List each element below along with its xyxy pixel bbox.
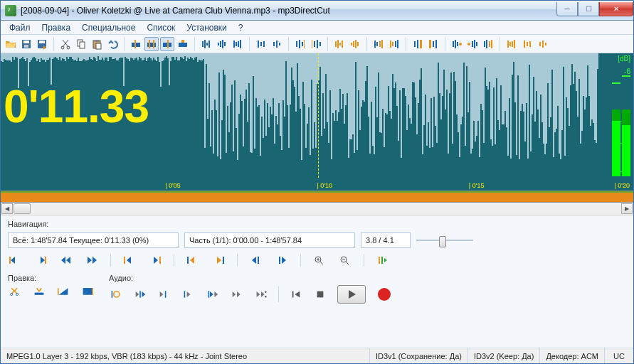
nav-part-field[interactable]: Часть (1/1): 0'00.00 - 1:48'57.84 xyxy=(184,232,355,248)
play-to-icon[interactable] xyxy=(181,288,196,301)
marker-tool-icon[interactable] xyxy=(376,254,390,267)
marker3-icon[interactable] xyxy=(160,37,174,51)
svg-rect-83 xyxy=(514,40,515,48)
wf-icon-17[interactable] xyxy=(504,37,519,51)
svg-rect-46 xyxy=(335,41,337,47)
wf-icon-3[interactable] xyxy=(231,37,245,51)
scroll-right-icon[interactable]: ▶ xyxy=(621,203,633,214)
marker2-icon[interactable] xyxy=(144,37,159,51)
wf-icon-2[interactable] xyxy=(215,37,229,51)
play-sel-start-icon[interactable] xyxy=(133,288,147,301)
svg-rect-43 xyxy=(314,41,315,47)
maximize-button[interactable]: ☐ xyxy=(578,2,599,16)
prev-track-icon[interactable] xyxy=(289,288,303,301)
edit-fade-in-icon[interactable] xyxy=(56,285,70,298)
wf-icon-1[interactable] xyxy=(199,37,213,51)
svg-rect-107 xyxy=(139,291,141,298)
timecode-display: 0'11.33 xyxy=(4,80,149,133)
wf-icon-13[interactable] xyxy=(426,37,440,51)
wf-icon-18[interactable] xyxy=(520,37,534,51)
menu-special[interactable]: Специальное xyxy=(76,21,141,34)
menu-settings[interactable]: Установки xyxy=(181,21,232,34)
play-from-icon[interactable] xyxy=(157,288,171,301)
svg-rect-15 xyxy=(149,40,150,48)
stop-icon[interactable] xyxy=(313,288,327,301)
nav-last-icon[interactable] xyxy=(33,254,48,267)
open-icon[interactable] xyxy=(4,37,18,51)
play-skip-icon[interactable] xyxy=(230,288,244,301)
svg-rect-26 xyxy=(222,40,223,48)
nav-first-icon[interactable] xyxy=(8,254,22,267)
svg-rect-105 xyxy=(112,291,113,298)
cut-icon[interactable] xyxy=(58,37,73,51)
nav-forward-icon[interactable] xyxy=(85,254,99,267)
wf-icon-8[interactable] xyxy=(332,37,347,51)
wf-icon-12[interactable] xyxy=(411,37,425,51)
marker4-icon[interactable] xyxy=(176,37,190,51)
wf-icon-19[interactable] xyxy=(536,37,550,51)
wf-icon-4[interactable] xyxy=(254,37,268,51)
edit-fade-out-icon[interactable] xyxy=(80,285,95,298)
wf-icon-15[interactable] xyxy=(465,37,480,51)
nav-step-fwd-icon[interactable] xyxy=(275,254,289,267)
wf-icon-16[interactable] xyxy=(481,37,495,51)
wf-icon-7[interactable] xyxy=(309,37,323,51)
svg-rect-24 xyxy=(218,43,219,46)
edit-cut-icon[interactable] xyxy=(8,285,22,298)
svg-rect-41 xyxy=(304,40,305,48)
marker1-icon[interactable] xyxy=(129,37,143,51)
save-icon[interactable] xyxy=(19,37,33,51)
nav-prev-marker-icon[interactable] xyxy=(122,254,137,267)
svg-rect-74 xyxy=(474,40,475,48)
edit-trim-icon[interactable] xyxy=(32,285,46,298)
save-sel-icon[interactable] xyxy=(35,37,49,51)
menu-edit[interactable]: Правка xyxy=(36,21,77,34)
svg-rect-22 xyxy=(206,43,208,46)
menu-list[interactable]: Список xyxy=(141,21,181,34)
status-format: MPEG1.0 Layer 3 - 192 kbps, VBR (183 kbp… xyxy=(1,348,370,363)
horizontal-scrollbar[interactable]: ◀ ▶ xyxy=(1,203,633,215)
menu-file[interactable]: Файл xyxy=(4,21,36,34)
wf-icon-9[interactable] xyxy=(348,37,362,51)
nav-step-back-icon[interactable] xyxy=(249,254,263,267)
close-button[interactable]: ✕ xyxy=(599,2,633,16)
menu-help[interactable]: ? xyxy=(233,21,249,34)
svg-rect-63 xyxy=(417,40,418,48)
zoom-out-icon[interactable] xyxy=(338,254,352,267)
copy-icon[interactable] xyxy=(74,37,88,51)
scroll-left-icon[interactable]: ◀ xyxy=(1,203,13,214)
play-skip2-icon[interactable] xyxy=(254,288,268,301)
nav-all-field[interactable]: Всё: 1:48'57.84 Текущее: 0'11.33 (0%) xyxy=(8,232,179,248)
selection-strip[interactable] xyxy=(1,191,633,203)
nav-next-cut-icon[interactable] xyxy=(211,254,226,267)
paste-icon[interactable] xyxy=(90,37,104,51)
nav-zoom-field[interactable]: 3.8 / 4.1 xyxy=(361,232,411,248)
svg-rect-38 xyxy=(296,41,297,47)
svg-point-71 xyxy=(459,43,462,46)
nav-rewind-icon[interactable] xyxy=(59,254,73,267)
svg-rect-64 xyxy=(420,40,422,48)
svg-rect-80 xyxy=(507,41,509,48)
loop-icon[interactable] xyxy=(109,288,123,301)
zoom-in-icon[interactable] xyxy=(312,254,327,267)
waveform-display[interactable]: 0'11.33 [dB] -6 -12 -18 -48 | 0'05| 0'10… xyxy=(1,53,633,191)
zoom-slider[interactable] xyxy=(416,233,473,247)
wf-icon-14[interactable] xyxy=(450,37,464,51)
wf-icon-10[interactable] xyxy=(371,37,386,51)
svg-rect-40 xyxy=(302,42,303,46)
wf-icon-6[interactable] xyxy=(293,37,307,51)
nav-next-marker-icon[interactable] xyxy=(148,254,162,267)
svg-rect-35 xyxy=(273,42,275,46)
wf-icon-5[interactable] xyxy=(270,37,284,51)
svg-rect-49 xyxy=(342,41,343,48)
play-sel-end-icon[interactable] xyxy=(206,288,220,301)
play-button[interactable] xyxy=(337,285,366,304)
undo-icon[interactable] xyxy=(105,37,120,51)
edit-group: Правка: xyxy=(8,274,95,304)
svg-rect-32 xyxy=(258,41,259,48)
minimize-button[interactable]: ─ xyxy=(556,2,578,16)
record-button[interactable] xyxy=(376,286,393,303)
wf-icon-11[interactable] xyxy=(387,37,401,51)
scroll-thumb[interactable] xyxy=(14,203,31,214)
nav-prev-cut-icon[interactable] xyxy=(186,254,200,267)
